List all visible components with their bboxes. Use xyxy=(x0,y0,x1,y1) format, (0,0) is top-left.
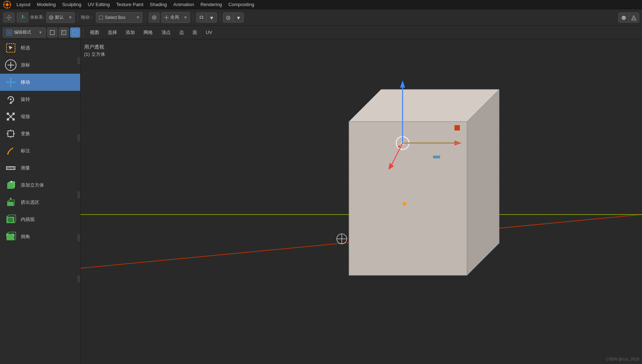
svg-rect-32 xyxy=(73,30,77,35)
sidebar-item-rotate[interactable]: 旋转 xyxy=(0,91,80,108)
coord-icon xyxy=(49,15,54,20)
select-label: 框选 xyxy=(21,45,30,51)
add-cube-label: 添加立方体 xyxy=(21,182,44,188)
extrude-icon xyxy=(4,196,17,209)
sidebar-item-move[interactable]: 移动 xyxy=(0,74,80,91)
main-layout: 框选 游标 移动 xyxy=(0,39,642,364)
sidebar-item-cursor[interactable]: 游标 xyxy=(0,56,80,74)
select-menu-btn[interactable]: 选择 xyxy=(104,28,121,37)
sidebar-item-bevel[interactable]: 倒角 xyxy=(0,228,80,245)
drag-label: 拖动： xyxy=(81,14,94,20)
menu-item-modeling[interactable]: Modeling xyxy=(34,1,59,8)
menu-item-animation[interactable]: Animation xyxy=(170,1,197,8)
face-menu-btn[interactable]: 面 xyxy=(189,28,201,37)
svg-point-40 xyxy=(10,82,12,83)
second-toolbar: 编辑模式 ▼ 视图 选择 添加 网格 顶点 边 面 UV xyxy=(0,26,642,39)
svg-rect-13 xyxy=(99,16,103,19)
sidebar-item-inset[interactable]: 内插面 xyxy=(0,211,80,228)
axes-icon xyxy=(19,14,26,21)
solid-edit-btn[interactable] xyxy=(59,28,69,38)
sidebar-item-add-cube[interactable]: 添加立方体 xyxy=(0,177,80,194)
inset-icon xyxy=(4,213,17,226)
svg-rect-28 xyxy=(8,31,11,34)
edit-mode-icon xyxy=(6,29,13,36)
sep-4 xyxy=(220,13,220,22)
menu-item-texture-paint[interactable]: Texture Paint xyxy=(113,1,146,8)
blender-logo-icon xyxy=(3,0,11,9)
coord-system-label: 坐标系: xyxy=(30,14,44,20)
svg-rect-49 xyxy=(7,118,9,120)
vertex-menu-btn[interactable]: 顶点 xyxy=(158,28,174,37)
edit-mode-dropdown[interactable]: 编辑模式 ▼ xyxy=(3,28,46,38)
grid-canvas xyxy=(81,39,642,364)
material-shading-btn[interactable] xyxy=(629,13,639,23)
uv-menu-btn[interactable]: UV xyxy=(202,28,216,36)
bevel-icon xyxy=(4,230,17,243)
menu-item-shading[interactable]: Shading xyxy=(147,1,170,8)
svg-rect-128 xyxy=(349,122,467,275)
pivot-dropdown[interactable]: 全局 ▼ xyxy=(161,12,190,23)
rotate-icon xyxy=(4,93,17,106)
proportional-toggle-btn[interactable] xyxy=(223,13,233,23)
viewport[interactable]: 用户透视 (1) 立方体 CSDN @czx_2019 xyxy=(81,39,642,364)
coord-system-dropdown[interactable]: 默认 ▼ xyxy=(46,12,75,23)
global-axes-btn[interactable] xyxy=(16,12,29,23)
svg-rect-52 xyxy=(8,131,14,137)
svg-point-51 xyxy=(10,116,11,117)
menu-item-layout[interactable]: Layout xyxy=(14,1,33,8)
svg-rect-29 xyxy=(50,30,54,35)
select-box-arrow: ▼ xyxy=(136,15,140,20)
transform-mode-btn[interactable] xyxy=(3,12,15,23)
viewport-info: 用户透视 (1) 立方体 xyxy=(84,43,105,58)
left-sidebar: 框选 游标 移动 xyxy=(0,39,81,364)
add-menu-btn[interactable]: 添加 xyxy=(122,28,138,37)
svg-rect-31 xyxy=(62,31,64,33)
sidebar-item-scale[interactable]: 缩放 xyxy=(0,108,80,125)
svg-rect-145 xyxy=(433,156,440,158)
mesh-menu-btn[interactable]: 网格 xyxy=(140,28,156,37)
top-menu-bar: Layout Modeling Sculpting UV Editing Tex… xyxy=(0,0,642,9)
svg-rect-64 xyxy=(7,183,14,189)
extrude-label: 挤出选区 xyxy=(21,199,39,206)
solid-shading-btn[interactable] xyxy=(619,13,629,23)
cursor-icon xyxy=(4,41,17,54)
sidebar-item-measure[interactable]: 测量 xyxy=(0,159,80,177)
sidebar-item-transform[interactable]: 变换 xyxy=(0,125,80,142)
svg-marker-37 xyxy=(10,85,12,87)
face-mode-btn[interactable] xyxy=(70,28,80,38)
view-menu-btn[interactable]: 视图 xyxy=(86,28,103,37)
sidebar-item-annotate[interactable]: 标注 xyxy=(0,142,80,159)
svg-point-16 xyxy=(166,17,167,18)
select-box-dropdown[interactable]: Select Box ▼ xyxy=(96,12,142,23)
snap-group: ▼ xyxy=(196,13,217,23)
svg-point-42 xyxy=(10,99,12,100)
menu-item-compositing[interactable]: Compositing xyxy=(225,1,257,8)
add-cube-icon xyxy=(4,179,17,192)
svg-rect-50 xyxy=(13,118,15,120)
menu-item-uv-editing[interactable]: UV Editing xyxy=(85,1,112,8)
cursor-label: 游标 xyxy=(21,62,30,68)
sidebar-item-extrude[interactable]: 挤出选区 xyxy=(0,194,80,211)
menu-item-rendering[interactable]: Rendering xyxy=(198,1,225,8)
menu-item-sculpting[interactable]: Sculpting xyxy=(59,1,84,8)
svg-point-6 xyxy=(9,17,10,18)
svg-marker-70 xyxy=(10,197,12,199)
snap-toggle-btn[interactable] xyxy=(196,13,206,23)
wireframe-btn[interactable] xyxy=(47,28,57,38)
bevel-label: 倒角 xyxy=(21,233,30,240)
snap-to-btn[interactable] xyxy=(149,12,160,23)
pivot-icon xyxy=(164,15,169,20)
svg-point-25 xyxy=(228,18,229,18)
transform-icon xyxy=(4,127,17,140)
svg-line-9 xyxy=(21,18,23,19)
edge-menu-btn[interactable]: 边 xyxy=(176,28,188,37)
svg-rect-72 xyxy=(8,218,13,222)
sidebar-item-select[interactable]: 框选 xyxy=(0,39,80,56)
coord-system-value: 默认 xyxy=(55,14,64,20)
proportional-dropdown-btn[interactable]: ▼ xyxy=(233,13,243,23)
watermark: CSDN @czx_2019 xyxy=(606,357,639,361)
face-mode-icon xyxy=(72,30,78,35)
snap-dropdown-btn[interactable]: ▼ xyxy=(206,13,217,23)
sidebar-resize-handle-5[interactable] xyxy=(77,275,80,282)
select-box-label: Select Box xyxy=(105,15,125,20)
